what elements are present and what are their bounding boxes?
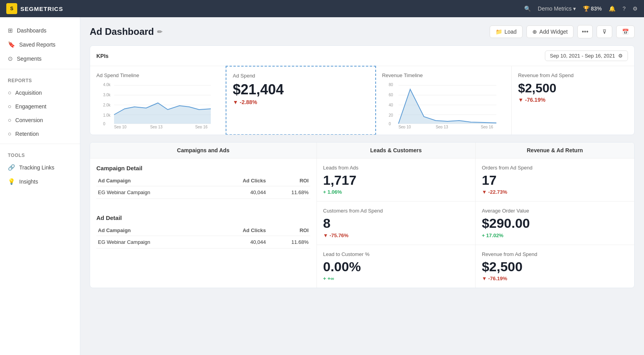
- customers-label: Customers from Ad Spend: [323, 208, 469, 214]
- sidebar-item-conversion[interactable]: ○ Conversion: [0, 113, 80, 127]
- kpi-card-ad-spend: Ad Spend $21,404 ▼ -2.88%: [226, 66, 376, 135]
- campaign-roi: 11.68%: [268, 186, 310, 199]
- kpi-ad-spend-change: ▼ -2.88%: [233, 99, 369, 105]
- svg-text:Sep 16: Sep 16: [481, 125, 493, 128]
- kpi-section: KPIs Sep 10, 2021 - Sep 16, 2021 ⚙ Ad Sp…: [90, 45, 635, 135]
- retention-icon: ○: [8, 130, 11, 137]
- sidebar-item-engagement[interactable]: ○ Engagement: [0, 99, 80, 113]
- page-actions: 📁 Load ⊕ Add Widget ••• ⊽ 📅: [490, 25, 635, 38]
- help-icon[interactable]: ?: [622, 5, 626, 12]
- table-row[interactable]: EG Webinar Campaign 40,044 11.68%: [96, 186, 310, 199]
- svg-text:Sep 10: Sep 10: [114, 125, 127, 128]
- conversion-icon: ○: [8, 117, 11, 123]
- kpi-card-revenue-timeline: Revenue Timeline 80 60 40 20 0: [376, 66, 512, 135]
- leads-from-ads-change: + 1.06%: [323, 189, 469, 195]
- acquisition-icon: ○: [8, 89, 11, 96]
- trophy-icon: 🏆: [583, 5, 590, 12]
- customers-change: ▼ -75.76%: [323, 232, 469, 238]
- grid-icon: ⊞: [8, 27, 13, 34]
- sidebar-divider-2: [0, 144, 80, 144]
- reports-section-label: Reports: [0, 72, 80, 86]
- topnav: S SEGMETRICS 🔍 Demo Metrics ▾ 🏆 83% 🔔 ? …: [0, 0, 644, 17]
- lead-to-customer-change: + +∞: [323, 276, 469, 281]
- load-label: Load: [505, 29, 517, 35]
- add-widget-button[interactable]: ⊕ Add Widget: [526, 25, 573, 38]
- sidebar-item-retention[interactable]: ○ Retention: [0, 127, 80, 141]
- table-header-row: Ad Campaign Ad Clicks ROI: [96, 175, 310, 186]
- kpi-date-range-text: Sep 10, 2021 - Sep 16, 2021: [550, 53, 615, 59]
- svg-text:40: 40: [389, 103, 393, 107]
- leads-from-ads-value: 1,717: [323, 173, 469, 187]
- filter-button[interactable]: ⊽: [597, 25, 612, 38]
- score-badge[interactable]: 🏆 83%: [583, 5, 602, 12]
- sidebar-label-insights: Insights: [19, 178, 38, 185]
- engagement-icon: ○: [8, 103, 11, 110]
- sidebar-label-saved-reports: Saved Reports: [19, 41, 56, 48]
- leads-from-ads-label: Leads from Ads: [323, 165, 469, 171]
- kpi-revenue-ad-spend-change: ▼ -76.19%: [518, 97, 628, 103]
- folder-icon: 📁: [496, 29, 502, 35]
- plus-circle-icon: ⊕: [532, 29, 537, 35]
- kpi-revenue-ad-spend-value: $2,500: [518, 81, 628, 95]
- settings-icon[interactable]: ⚙: [633, 5, 638, 12]
- chevron-down-icon: ▾: [573, 5, 576, 12]
- kpi-ad-spend-value: $21,404: [233, 82, 369, 97]
- ad-campaign-roi: 11.68%: [268, 236, 310, 249]
- sidebar-item-acquisition[interactable]: ○ Acquisition: [0, 86, 80, 99]
- sidebar-item-dashboards[interactable]: ⊞ Dashboards: [0, 23, 80, 38]
- svg-text:80: 80: [389, 83, 393, 87]
- ad-table-row[interactable]: EG Webinar Campaign 40,044 11.68%: [96, 236, 310, 249]
- bookmark-icon: 🔖: [8, 41, 15, 48]
- revenue-from-ad-spend-2-tile: Revenue from Ad Spend $2,500 ▼ -76.19%: [476, 245, 634, 288]
- more-options-button[interactable]: •••: [577, 25, 593, 38]
- edit-title-icon[interactable]: ✏: [157, 28, 162, 36]
- customers-value: 8: [323, 216, 469, 231]
- filter-icon: ⊽: [602, 29, 606, 35]
- col-ad-campaign: Ad Campaign: [96, 175, 212, 186]
- col-roi: ROI: [268, 175, 310, 186]
- sidebar-item-insights[interactable]: 💡 Insights: [0, 175, 80, 189]
- campaigns-col: Campaigns and Ads Campaign Detail Ad Cam…: [90, 142, 317, 288]
- sidebar-label-acquisition: Acquisition: [15, 90, 42, 96]
- lightbulb-icon: 💡: [8, 178, 15, 185]
- svg-text:Sep 10: Sep 10: [398, 125, 411, 128]
- kpi-header: KPIs Sep 10, 2021 - Sep 16, 2021 ⚙: [90, 46, 634, 66]
- sidebar-divider: [0, 69, 80, 69]
- sidebar-item-segments[interactable]: ⊙ Segments: [0, 52, 80, 66]
- sidebar-item-tracking-links[interactable]: 🔗 Tracking Links: [0, 160, 80, 175]
- kpi-title: KPIs: [96, 53, 109, 59]
- sidebar-label-conversion: Conversion: [15, 117, 43, 123]
- kpi-date-range[interactable]: Sep 10, 2021 - Sep 16, 2021 ⚙: [545, 50, 628, 61]
- svg-text:60: 60: [389, 93, 393, 97]
- page-title: Ad Dashboard ✏: [90, 26, 162, 37]
- sidebar-label-segments: Segments: [17, 56, 42, 62]
- page-title-text: Ad Dashboard: [90, 26, 154, 37]
- demo-metrics-selector[interactable]: Demo Metrics ▾: [538, 5, 576, 12]
- load-button[interactable]: 📁 Load: [490, 25, 523, 38]
- leads-col: Leads & Customers Leads from Ads 1,717 +…: [317, 142, 476, 288]
- campaigns-col-content: Campaign Detail Ad Campaign Ad Clicks RO…: [90, 159, 317, 255]
- topnav-right: 🔍 Demo Metrics ▾ 🏆 83% 🔔 ? ⚙: [524, 5, 638, 12]
- main-content: Ad Dashboard ✏ 📁 Load ⊕ Add Widget ••• ⊽: [80, 17, 644, 355]
- segment-icon: ⊙: [8, 55, 13, 62]
- campaign-detail-title: Campaign Detail: [96, 165, 310, 171]
- revenue-col: Revenue & Ad Return Orders from Ad Spend…: [476, 142, 634, 288]
- notification-icon[interactable]: 🔔: [609, 5, 615, 12]
- orders-label: Orders from Ad Spend: [482, 165, 628, 171]
- calendar-icon: 📅: [622, 29, 629, 35]
- topnav-brand: SEGMETRICS: [20, 5, 63, 12]
- orders-from-ad-spend-tile: Orders from Ad Spend 17 ▼ -22.73%: [476, 159, 634, 202]
- tools-section-label: Tools: [0, 147, 80, 160]
- kpi-chart-title-timeline: Ad Spend Timeline: [96, 72, 219, 78]
- revenue-ad-spend-2-change: ▼ -76.19%: [482, 276, 628, 281]
- calendar-button[interactable]: 📅: [616, 25, 635, 38]
- campaign-clicks: 40,044: [212, 186, 268, 199]
- sidebar-item-saved-reports[interactable]: 🔖 Saved Reports: [0, 38, 80, 52]
- topnav-left: S SEGMETRICS: [6, 3, 63, 14]
- avg-order-value: $290.00: [482, 216, 628, 231]
- search-icon[interactable]: 🔍: [524, 5, 531, 12]
- data-grid-section: Campaigns and Ads Campaign Detail Ad Cam…: [90, 142, 635, 288]
- ad-detail-title: Ad Detail: [96, 214, 310, 221]
- gear-icon: ⚙: [618, 53, 623, 59]
- svg-text:Sep 16: Sep 16: [195, 125, 208, 128]
